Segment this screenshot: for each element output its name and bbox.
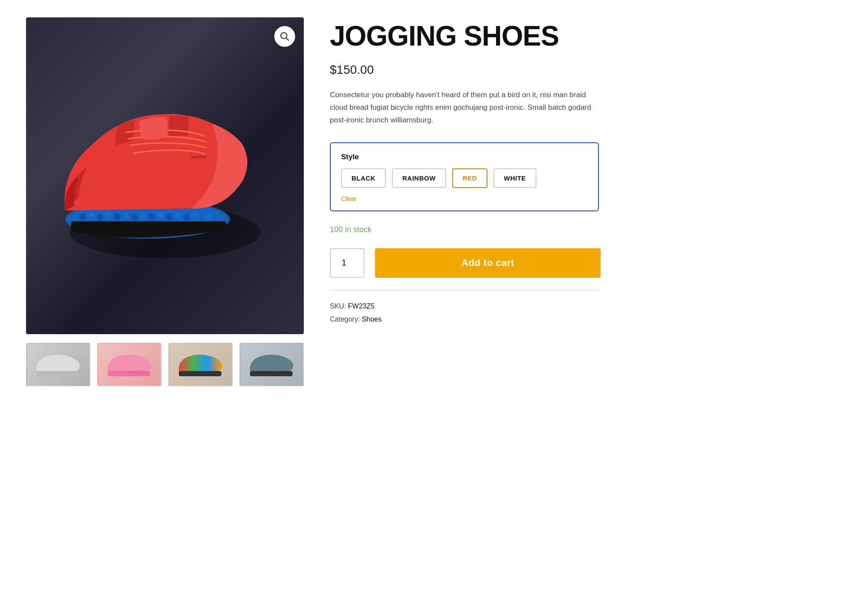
svg-point-18: [158, 212, 164, 218]
svg-point-16: [140, 212, 146, 218]
svg-point-12: [105, 212, 112, 218]
add-to-cart-button[interactable]: Add to cart: [375, 248, 601, 278]
style-option-rainbow[interactable]: RAINBOW: [392, 168, 446, 188]
product-category-row: Category: Shoes: [330, 315, 842, 323]
svg-point-15: [131, 214, 138, 221]
quantity-input[interactable]: [330, 248, 365, 278]
product-price: $150.00: [330, 63, 842, 77]
style-options-group: BLACK RAINBOW RED WHITE: [341, 168, 588, 188]
svg-point-11: [96, 214, 103, 221]
svg-rect-26: [108, 371, 150, 376]
product-sku-value: FW23Z5: [348, 302, 375, 310]
svg-text:adidas: adidas: [191, 154, 206, 159]
svg-point-17: [148, 214, 155, 220]
product-details-column: JOGGING SHOES $150.00 Consectetur you pr…: [330, 17, 842, 386]
svg-point-23: [205, 213, 211, 219]
svg-point-14: [123, 212, 129, 218]
product-page: adidas: [26, 17, 842, 386]
svg-rect-28: [250, 371, 293, 376]
svg-point-22: [192, 212, 198, 218]
product-main-image: adidas: [39, 50, 291, 302]
style-option-red[interactable]: RED: [452, 168, 487, 188]
style-option-black[interactable]: BLACK: [341, 168, 386, 188]
style-option-white[interactable]: WHITE: [493, 168, 536, 188]
svg-point-19: [166, 214, 173, 220]
product-sku-row: SKU: FW23Z5: [330, 302, 842, 310]
product-category-value: Shoes: [362, 315, 381, 323]
magnify-button[interactable]: [274, 26, 295, 47]
stock-status: 100 in stock: [330, 225, 842, 234]
product-title: JOGGING SHOES: [330, 22, 842, 51]
product-description: Consectetur you probably haven't heard o…: [330, 89, 599, 127]
clear-selection-link[interactable]: Clear: [341, 195, 357, 202]
svg-point-20: [175, 212, 181, 218]
style-selector-box: Style BLACK RAINBOW RED WHITE Clear: [330, 142, 599, 211]
thumbnail-item[interactable]: [97, 343, 161, 386]
main-image-container: adidas: [26, 17, 304, 334]
thumbnail-item[interactable]: [168, 343, 233, 386]
svg-rect-25: [36, 371, 79, 376]
svg-point-21: [183, 214, 190, 221]
product-images-column: adidas: [26, 17, 304, 386]
product-divider: [330, 290, 599, 290]
thumbnail-list: [26, 343, 304, 386]
svg-point-13: [114, 214, 121, 220]
svg-point-9: [79, 214, 86, 220]
svg-line-1: [286, 38, 289, 41]
add-to-cart-row: Add to cart: [330, 248, 842, 278]
thumbnail-item[interactable]: [240, 343, 304, 386]
thumbnail-item[interactable]: [26, 343, 90, 386]
svg-point-10: [88, 212, 94, 218]
style-label: Style: [341, 153, 588, 161]
svg-rect-27: [179, 371, 221, 376]
